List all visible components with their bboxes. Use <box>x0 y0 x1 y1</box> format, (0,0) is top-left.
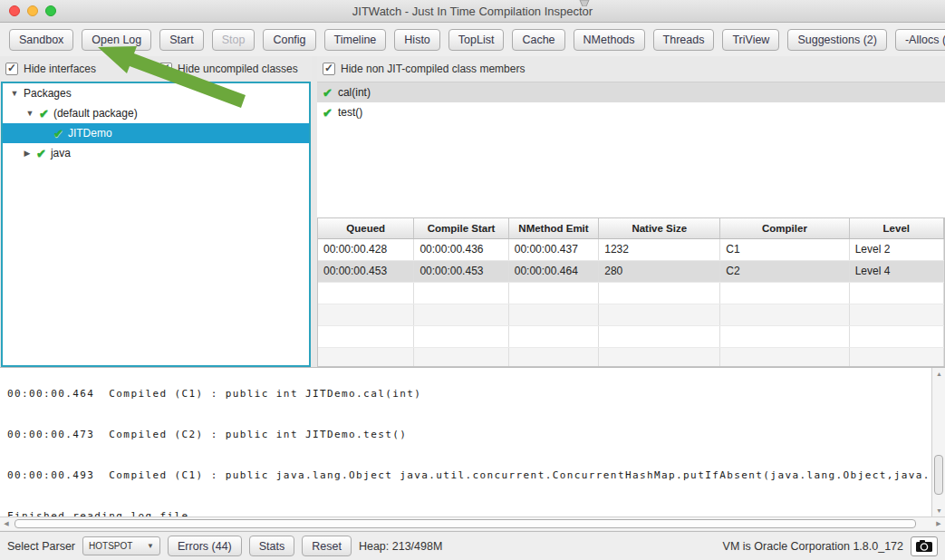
tree-item-jitdemo[interactable]: ✔ JITDemo <box>3 123 309 143</box>
cell-queued: 00:00:00.453 <box>318 261 414 282</box>
column-header-nmethod-emit[interactable]: NMethod Emit <box>509 218 600 238</box>
hide-non-jit-label: Hide non JIT-compiled class members <box>341 63 525 75</box>
cell-compile-start: 00:00:00.436 <box>414 239 508 260</box>
chevron-down-icon[interactable]: ▼ <box>25 109 34 118</box>
threads-button[interactable]: Threads <box>653 29 715 51</box>
log-vertical-scrollbar[interactable]: ▲ ▼ <box>931 368 945 517</box>
column-header-compiler[interactable]: Compiler <box>720 218 849 238</box>
vertical-scroll-thumb[interactable] <box>934 455 943 495</box>
timeline-button[interactable]: Timeline <box>324 29 387 51</box>
reset-button[interactable]: Reset <box>302 536 352 556</box>
member-label: test() <box>338 106 362 119</box>
window-title: JITWatch - Just In Time Compilation Insp… <box>352 5 593 18</box>
chevron-down-icon: ▼ <box>147 542 154 550</box>
start-button[interactable]: Start <box>159 29 203 51</box>
horizontal-scroll-thumb[interactable] <box>14 519 916 528</box>
log-text: 00:00:00.464 Compiled (C1) : public int … <box>0 368 931 517</box>
compiled-check-icon: ✔ <box>323 86 333 100</box>
class-member-panel: Hide non JIT-compiled class members ✔ ca… <box>317 56 945 367</box>
column-header-compile-start[interactable]: Compile Start <box>414 218 508 238</box>
allocs-button[interactable]: -Allocs (2) <box>895 29 945 51</box>
compiled-check-icon: ✔ <box>53 127 63 140</box>
table-header-row: Queued Compile Start NMethod Emit Native… <box>318 218 944 239</box>
triview-button[interactable]: TriView <box>722 29 779 51</box>
hide-interfaces-label: Hide interfaces <box>24 63 96 75</box>
cursor-artifact <box>579 0 590 6</box>
cell-nmethod-emit: 00:00:00.437 <box>509 239 600 260</box>
hide-non-jit-checkbox[interactable] <box>323 63 335 75</box>
member-item-test[interactable]: ✔ test() <box>317 102 945 122</box>
scroll-left-icon[interactable]: ◀ <box>0 517 13 531</box>
log-output-area[interactable]: 00:00:00.464 Compiled (C1) : public int … <box>0 367 945 517</box>
cell-level: Level 2 <box>850 239 944 260</box>
main-content: Hide interfaces Hide uncompiled classes … <box>0 56 945 367</box>
column-header-level[interactable]: Level <box>850 218 944 238</box>
zoom-window-button[interactable] <box>45 5 56 16</box>
camera-icon <box>916 540 932 552</box>
member-label: cal(int) <box>338 86 371 99</box>
open-log-button[interactable]: Open Log <box>82 29 151 51</box>
toplist-button[interactable]: TopList <box>448 29 505 51</box>
empty-table-row <box>318 348 944 367</box>
chevron-right-icon[interactable]: ▶ <box>23 149 32 158</box>
cell-compile-start: 00:00:00.453 <box>414 261 508 282</box>
cell-native-size: 280 <box>599 261 720 282</box>
window-controls <box>9 5 56 16</box>
cell-compiler: C1 <box>720 239 849 260</box>
chevron-down-icon[interactable]: ▼ <box>10 89 19 98</box>
cell-native-size: 1232 <box>599 239 720 260</box>
parser-dropdown[interactable]: HOTSPOT ▼ <box>82 536 160 555</box>
sandbox-button[interactable]: Sandbox <box>9 29 73 51</box>
screenshot-button[interactable] <box>911 536 938 556</box>
suggestions-button[interactable]: Suggestions (2) <box>787 29 887 51</box>
table-row[interactable]: 00:00:00.453 00:00:00.453 00:00:00.464 2… <box>318 261 944 283</box>
package-filter-bar: Hide interfaces Hide uncompiled classes <box>0 56 312 82</box>
log-line: Finished reading log file. <box>7 509 931 517</box>
hide-uncompiled-label: Hide uncompiled classes <box>178 63 298 75</box>
package-panel: Hide interfaces Hide uncompiled classes … <box>0 56 312 367</box>
scroll-right-icon[interactable]: ▶ <box>932 517 945 531</box>
tree-item-default-package[interactable]: ▼ ✔ (default package) <box>3 103 309 123</box>
tree-item-java[interactable]: ▶ ✔ java <box>3 143 309 163</box>
compiled-check-icon: ✔ <box>323 106 333 120</box>
jitwatch-window: JITWatch - Just In Time Compilation Insp… <box>0 0 945 560</box>
vm-info: VM is Oracle Corporation 1.8.0_172 <box>723 540 903 553</box>
tree-item-label: JITDemo <box>68 127 112 140</box>
cell-queued: 00:00:00.428 <box>318 239 414 260</box>
hide-interfaces-checkbox[interactable] <box>5 63 18 75</box>
scroll-down-icon[interactable]: ▼ <box>932 505 945 517</box>
hide-uncompiled-checkbox[interactable] <box>159 63 172 75</box>
log-line: 00:00:00.473 Compiled (C2) : public int … <box>7 428 931 441</box>
cache-button[interactable]: Cache <box>512 29 564 51</box>
stats-button[interactable]: Stats <box>249 536 295 556</box>
status-bar: Select Parser HOTSPOT ▼ Errors (44) Stat… <box>0 531 945 560</box>
empty-table-row <box>318 304 944 326</box>
compiled-check-icon: ✔ <box>39 107 49 121</box>
table-row[interactable]: 00:00:00.428 00:00:00.436 00:00:00.437 1… <box>318 239 944 261</box>
cell-compiler: C2 <box>720 261 849 282</box>
histo-button[interactable]: Histo <box>394 29 439 51</box>
compiled-check-icon: ✔ <box>36 147 46 160</box>
close-window-button[interactable] <box>9 5 20 16</box>
column-header-queued[interactable]: Queued <box>318 218 414 238</box>
heap-status: Heap: 213/498M <box>359 540 442 553</box>
tree-item-packages[interactable]: ▼ Packages <box>3 83 309 103</box>
title-bar: JITWatch - Just In Time Compilation Insp… <box>0 0 945 23</box>
log-horizontal-scrollbar[interactable]: ◀ ▶ <box>0 517 945 530</box>
cell-nmethod-emit: 00:00:00.464 <box>509 261 600 282</box>
scroll-up-icon[interactable]: ▲ <box>932 368 945 380</box>
config-button[interactable]: Config <box>263 29 315 51</box>
stop-button: Stop <box>212 29 256 51</box>
log-line: 00:00:00.493 Compiled (C1) : public java… <box>7 468 931 482</box>
minimize-window-button[interactable] <box>27 5 38 16</box>
errors-button[interactable]: Errors (44) <box>168 536 242 556</box>
select-parser-label: Select Parser <box>7 540 75 553</box>
member-list: ✔ cal(int) ✔ test() <box>317 82 945 217</box>
nmethods-button[interactable]: NMethods <box>574 29 645 51</box>
cell-level: Level 4 <box>850 261 944 282</box>
table-body: 00:00:00.428 00:00:00.436 00:00:00.437 1… <box>318 239 944 367</box>
column-header-native-size[interactable]: Native Size <box>599 218 720 238</box>
empty-table-row <box>318 283 944 304</box>
main-toolbar: Sandbox Open Log Start Stop Config Timel… <box>0 23 945 56</box>
member-item-cal[interactable]: ✔ cal(int) <box>317 82 945 102</box>
